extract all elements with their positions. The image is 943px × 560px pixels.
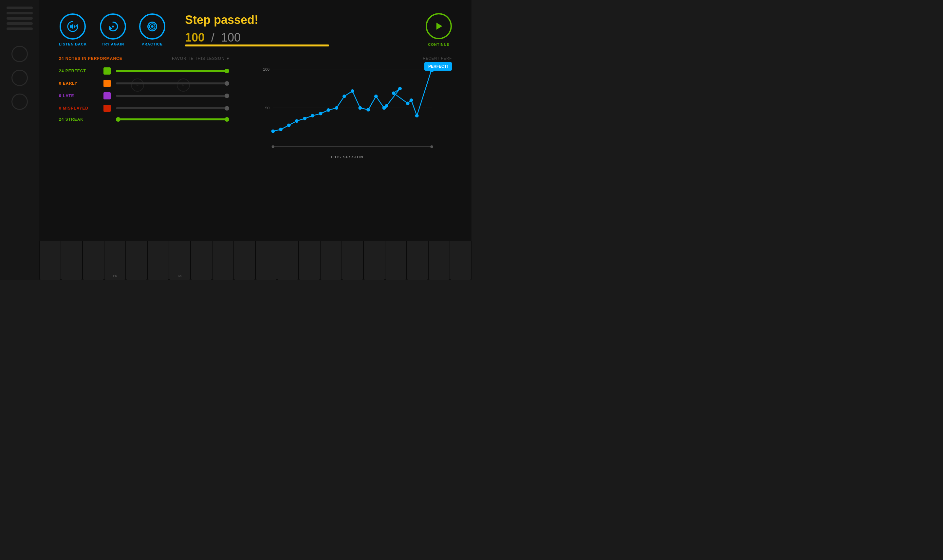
retry-icon: [107, 20, 119, 33]
svg-point-26: [358, 106, 362, 110]
svg-point-16: [279, 128, 282, 131]
misplayed-text: MISPLAYED: [63, 106, 88, 111]
early-text: EARLY: [63, 81, 77, 86]
svg-point-32: [398, 87, 402, 90]
perfect-bar-track: [116, 70, 229, 72]
arrow-right-icon: [433, 20, 444, 32]
svg-point-31: [392, 91, 395, 95]
chart-container: 100 50: [242, 62, 452, 154]
progress-bar-track: [185, 45, 329, 46]
continue-label: CONTINUE: [428, 43, 449, 46]
stat-label-perfect: 24 PERFECT: [59, 69, 98, 73]
late-bar-track: [116, 95, 229, 97]
notes-count-number: 24: [59, 56, 64, 61]
svg-marker-3: [110, 26, 113, 29]
svg-point-24: [343, 95, 346, 98]
svg-text:100: 100: [263, 67, 270, 72]
score-divider: /: [211, 31, 215, 45]
streak-bar-fill: [116, 118, 229, 120]
svg-point-17: [287, 123, 291, 127]
practice-button[interactable]: PRACTICE: [139, 14, 165, 46]
streak-text: STREAK: [65, 117, 83, 122]
perfect-text: PERFECT: [65, 69, 86, 73]
sidebar-icon-1: [11, 46, 28, 62]
right-chart-panel: RECENT PERF PERFECT! 100 50: [242, 56, 452, 159]
continue-circle: [426, 13, 452, 39]
stats-header: 24 NOTES IN PERFORMANCE FAVORITE THIS LE…: [59, 56, 229, 61]
listen-back-circle: [60, 14, 86, 40]
stat-row-misplayed: 0 MISPLAYED: [59, 105, 229, 112]
svg-marker-0: [75, 24, 78, 26]
sidebar-ghost-5: [6, 28, 33, 30]
step-passed-text: Step passed!: [185, 13, 406, 27]
early-bar-dot: [225, 81, 229, 86]
score-current: 100: [185, 31, 205, 45]
svg-point-28: [374, 95, 378, 98]
svg-point-4: [112, 26, 114, 28]
svg-point-18: [295, 119, 299, 123]
late-bar-dot: [225, 94, 229, 98]
svg-point-34: [410, 98, 413, 102]
late-text: LATE: [63, 94, 74, 98]
practice-label: PRACTICE: [142, 42, 163, 46]
perfect-bar-fill: [116, 70, 229, 72]
main-content: LISTEN BACK TRY AGAIN: [39, 0, 471, 280]
svg-marker-8: [437, 23, 442, 30]
svg-rect-1: [70, 25, 72, 28]
streak-count: 24: [59, 117, 64, 122]
svg-point-21: [319, 112, 323, 115]
early-color-box: [103, 80, 111, 87]
notes-count-label: 24 NOTES IN PERFORMANCE: [59, 56, 122, 61]
perfect-color-box: [103, 68, 111, 75]
svg-point-37: [272, 145, 275, 148]
sidebar-ghost-4: [6, 22, 33, 25]
late-count: 0: [59, 94, 62, 98]
sidebar-icon-3: [11, 94, 28, 110]
try-again-circle: [100, 14, 126, 40]
progress-bar-fill: [185, 45, 329, 46]
stats-section: 24 NOTES IN PERFORMANCE FAVORITE THIS LE…: [59, 56, 452, 159]
perfect-badge: PERFECT!: [424, 62, 452, 71]
heart-icon: ♥: [227, 56, 229, 61]
recent-perf-label: RECENT PERF: [242, 56, 452, 60]
stat-label-late: 0 LATE: [59, 94, 98, 98]
listen-back-label: LISTEN BACK: [59, 42, 87, 46]
performance-chart: 100 50: [242, 62, 452, 154]
left-sidebar: [0, 0, 39, 280]
perfect-count: 24: [59, 69, 64, 73]
svg-point-38: [430, 145, 433, 148]
perfect-bar-dot: [225, 69, 229, 73]
svg-point-22: [327, 108, 330, 112]
sidebar-ghost-3: [6, 17, 33, 20]
left-stats-panel: 24 NOTES IN PERFORMANCE FAVORITE THIS LE…: [59, 56, 229, 159]
stat-row-streak: 24 STREAK: [59, 117, 229, 122]
streak-bar-dot: [225, 117, 229, 122]
notes-in-performance-text: NOTES IN PERFORMANCE: [65, 56, 122, 61]
actions-group: LISTEN BACK TRY AGAIN: [59, 14, 165, 46]
favorite-lesson-btn[interactable]: FAVORITE THIS LESSON ♥: [172, 56, 229, 61]
svg-point-33: [406, 102, 410, 105]
target-icon: [146, 20, 159, 33]
stat-row-late: 0 LATE: [59, 92, 229, 100]
stat-label-early: 0 EARLY: [59, 81, 98, 86]
misplayed-bar-track: [116, 107, 229, 109]
stat-row-perfect: 24 PERFECT: [59, 68, 229, 75]
try-again-button[interactable]: TRY AGAIN: [100, 14, 126, 46]
stat-label-misplayed: 0 MISPLAYED: [59, 106, 98, 111]
streak-bar-track: [116, 118, 229, 120]
try-again-label: TRY AGAIN: [102, 42, 124, 46]
svg-point-30: [385, 104, 388, 108]
svg-point-35: [415, 114, 419, 117]
svg-point-27: [366, 108, 370, 112]
chart-wrapper: PERFECT! 100 50: [242, 62, 452, 159]
favorite-lesson-label: FAVORITE THIS LESSON: [172, 56, 225, 61]
step-info: Step passed! 100 / 100: [165, 13, 426, 46]
svg-point-23: [335, 106, 338, 110]
top-bar: LISTEN BACK TRY AGAIN: [59, 13, 452, 46]
continue-button[interactable]: CONTINUE: [426, 13, 452, 46]
stat-row-early: 0 EARLY: [59, 80, 229, 87]
listen-back-button[interactable]: LISTEN BACK: [59, 14, 87, 46]
streak-bar-dot-start: [116, 117, 120, 122]
misplayed-color-box: [103, 105, 111, 112]
score-row: 100 / 100: [185, 31, 406, 45]
